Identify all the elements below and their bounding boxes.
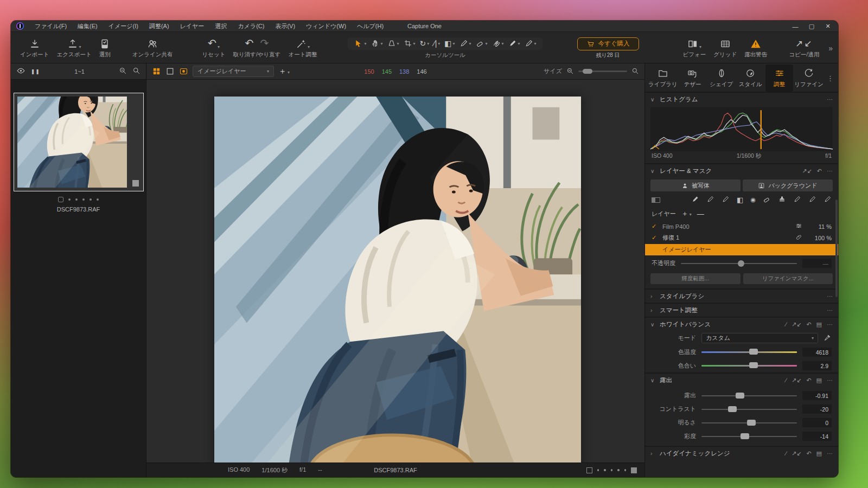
mask-eraser-icon[interactable] <box>763 195 771 204</box>
contrast-slider[interactable] <box>701 409 797 410</box>
zoom-in-loupe-icon[interactable] <box>631 67 639 76</box>
before-after-button[interactable]: ▾ ビフォー <box>679 33 710 63</box>
wb-more-icon[interactable]: ··· <box>827 321 833 328</box>
contrast-value[interactable]: -20 <box>802 404 832 414</box>
auto-adjust-button[interactable]: ▾ オート調整 <box>285 33 321 63</box>
import-button[interactable]: インポート <box>16 33 53 63</box>
brightness-value[interactable]: 0 <box>802 418 832 427</box>
brush-tool[interactable]: ▾ <box>458 39 473 48</box>
layers-copy-icon[interactable]: ↗↙ <box>802 168 812 175</box>
menu-file[interactable]: ファイル(F) <box>29 22 72 30</box>
histogram-more-icon[interactable]: ··· <box>827 96 833 102</box>
wb-mode-dropdown[interactable]: カスタム ▾ <box>701 333 818 343</box>
maximize-button[interactable]: ▢ <box>805 23 819 30</box>
add-layer-icon[interactable]: ＋▾ <box>681 209 692 219</box>
collapse-chevron-icon[interactable]: ∨ <box>650 377 656 383</box>
mask-gradient-icon[interactable]: ◧ <box>737 196 743 204</box>
viewer-canvas[interactable] <box>146 80 644 463</box>
multi-view-icon[interactable] <box>152 67 161 76</box>
exposure-value[interactable]: -0.91 <box>802 391 832 400</box>
hdr-preset-icon[interactable]: ▤ <box>816 450 822 457</box>
close-button[interactable]: ✕ <box>821 23 835 30</box>
mask-draw-icon[interactable] <box>793 195 801 204</box>
single-view-icon[interactable] <box>165 67 175 76</box>
copy-apply-button[interactable]: ↗↙ コピー/適用 <box>785 33 823 63</box>
rating-checkbox[interactable] <box>58 197 63 202</box>
wb-temp-value[interactable]: 4618 <box>802 348 832 357</box>
online-share-button[interactable]: オンライン共有 <box>129 33 177 63</box>
mask-brush-subtract-icon[interactable] <box>722 195 730 204</box>
rating-dots[interactable] <box>58 197 99 202</box>
layers-reset-icon[interactable]: ↶ <box>817 168 822 175</box>
heal-tool[interactable]: ▾ <box>490 39 506 48</box>
exposure-warning-button[interactable]: 露出警告 <box>741 33 771 63</box>
wb-copy-icon[interactable]: ↗↙ <box>792 321 801 328</box>
tab-refine[interactable]: リファイン <box>794 65 824 92</box>
wb-picker-icon[interactable] <box>824 333 832 343</box>
brightness-slider[interactable] <box>701 422 797 423</box>
layer-row-heal[interactable]: ✓ 修復 1 100 % <box>645 232 838 243</box>
tab-shape[interactable]: シェイプ <box>707 65 735 92</box>
mask-brush-icon[interactable] <box>691 195 699 204</box>
mask-radial-icon[interactable]: ◉ <box>750 196 756 203</box>
exposure-copy-icon[interactable]: ↗↙ <box>792 377 801 384</box>
straighten-tool[interactable]: ⁄|▾ <box>432 40 442 47</box>
exposure-slider[interactable] <box>701 395 797 396</box>
zoom-slider[interactable] <box>578 70 627 72</box>
loupe-tool[interactable]: ▾ <box>386 39 401 48</box>
minimize-button[interactable]: — <box>788 23 802 30</box>
menu-camera[interactable]: カメラ(C) <box>232 22 270 30</box>
add-layer-button[interactable]: ＋▾ <box>278 66 290 76</box>
mask-draw-subtract-icon[interactable] <box>824 195 832 204</box>
tabs-kebab-menu[interactable]: ⋮ <box>825 65 836 92</box>
hdr-more-icon[interactable]: ··· <box>827 450 833 457</box>
layers-more-icon[interactable]: ··· <box>827 168 833 174</box>
fill-brush-tool[interactable]: ▾ <box>507 39 522 48</box>
photo-image[interactable] <box>214 97 581 468</box>
buy-now-button[interactable]: 今すぐ購入 <box>577 37 639 50</box>
collapse-chevron-icon[interactable]: ∨ <box>650 97 656 102</box>
tab-adjust[interactable]: 調整 <box>765 65 793 92</box>
tab-library[interactable]: ライブラリ <box>648 65 678 92</box>
opacity-slider[interactable] <box>681 263 797 264</box>
menu-select[interactable]: 選択 <box>209 22 232 30</box>
collapsed-chevron-icon[interactable]: › <box>650 451 656 457</box>
status-checkbox[interactable] <box>586 467 592 473</box>
zoom-out-loupe-icon[interactable] <box>566 67 574 76</box>
status-color-tag[interactable] <box>631 467 637 473</box>
exposure-edit-icon[interactable]: ∕ <box>786 377 787 383</box>
panel-scrollbar[interactable] <box>835 200 838 297</box>
hdr-edit-icon[interactable]: ∕ <box>786 450 787 457</box>
cull-button[interactable]: 選別 <box>95 33 114 63</box>
tab-styles[interactable]: スタイル <box>737 65 764 92</box>
mask-display-toggle[interactable] <box>652 197 660 203</box>
mask-draw-add-icon[interactable] <box>808 195 816 204</box>
menu-edit[interactable]: 編集(E) <box>72 22 103 30</box>
undo-redo-buttons[interactable]: ↶ ↷ 取り消す/やり直す <box>229 33 284 63</box>
select-tool[interactable]: ▾ <box>352 39 368 48</box>
mask-subject-button[interactable]: 被写体 <box>650 179 741 191</box>
export-button[interactable]: ▾ エクスポート <box>53 33 95 63</box>
menu-layer[interactable]: レイヤー <box>175 22 210 30</box>
filter-loupe-icon[interactable] <box>119 67 127 76</box>
collapsed-chevron-icon[interactable]: › <box>650 307 656 313</box>
layer-row-film[interactable]: ✓ Film P400 11 % <box>645 221 838 232</box>
crop-tool[interactable]: ▾ <box>402 39 417 48</box>
exposure-more-icon[interactable]: ··· <box>827 377 833 383</box>
saturation-slider[interactable] <box>701 436 797 437</box>
menu-help[interactable]: ヘルプ(H) <box>352 22 389 30</box>
gradient-mask-tool[interactable]: ◧▾ <box>443 40 456 47</box>
rotate-tool[interactable]: ↻▾ <box>418 40 431 47</box>
menu-image[interactable]: イメージ(I) <box>103 22 144 30</box>
refine-mask-button[interactable]: リファインマスク... <box>743 273 833 284</box>
luma-range-button[interactable]: 輝度範囲... <box>650 273 741 284</box>
collapse-chevron-icon[interactable]: ∨ <box>650 168 656 174</box>
opacity-value[interactable]: — <box>802 259 832 268</box>
exposure-reset-icon[interactable]: ↶ <box>806 377 811 384</box>
grid-button[interactable]: グリッド <box>710 33 741 63</box>
hdr-copy-icon[interactable]: ↗↙ <box>792 450 801 457</box>
preview-eye-icon[interactable] <box>16 66 25 76</box>
eraser-tool[interactable]: ▾ <box>474 39 489 48</box>
exposure-preset-icon[interactable]: ▤ <box>816 377 822 384</box>
menu-window[interactable]: ウィンドウ(W) <box>301 22 352 30</box>
